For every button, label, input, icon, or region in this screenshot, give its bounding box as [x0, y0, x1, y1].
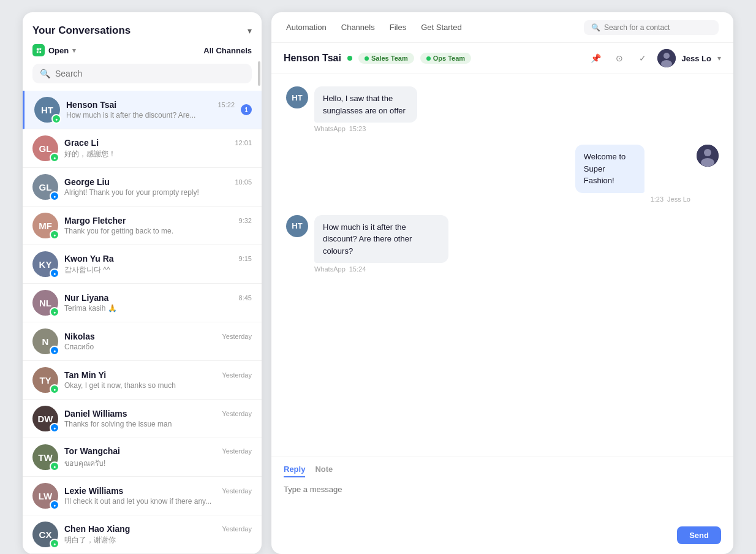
- message-time: 1:23: [651, 195, 663, 203]
- search-icon: 🔍: [40, 69, 50, 78]
- conversation-item[interactable]: GL ● George Liu 10:05 Alright! Thank you…: [23, 168, 262, 207]
- chat-header: Henson Tsai Sales Team Ops Team 📌 ⊙ ✓: [271, 43, 733, 74]
- conversation-item[interactable]: TY ● Tan Min Yi Yesterday Okay, I get it…: [23, 361, 262, 400]
- avatar-wrap: CX ●: [32, 522, 58, 547]
- message-row: Welcome to Super Fashion! 1:23 Jess Lo: [286, 145, 719, 203]
- avatar-wrap: HT ●: [34, 97, 60, 123]
- message-meta: WhatsApp 15:24: [314, 265, 538, 273]
- sender-avatar: HT: [286, 215, 308, 237]
- search-input[interactable]: [55, 69, 244, 78]
- conversations-chevron-icon[interactable]: ▾: [248, 26, 252, 36]
- conversation-item[interactable]: NL ● Nur Liyana 8:45 Terima kasih 🙏: [23, 284, 262, 322]
- conv-content: Margo Fletcher 9:32 Thank you for gettin…: [64, 216, 252, 235]
- nav-channels[interactable]: Channels: [341, 20, 375, 34]
- conv-top: Grace Li 12:01: [64, 138, 252, 148]
- conv-time: 15:22: [217, 101, 235, 108]
- conversation-item[interactable]: HT ● Henson Tsai 15:22 How much is it af…: [23, 91, 262, 129]
- note-tab[interactable]: Note: [315, 465, 333, 477]
- conv-name: Tor Wangchai: [64, 446, 120, 456]
- top-nav: Automation Channels Files Get Started 🔍: [271, 12, 733, 43]
- conv-preview: 好的，感謝您！: [64, 149, 252, 159]
- conversation-item[interactable]: KY ● Kwon Yu Ra 9:15 감사합니다 ^^: [23, 245, 262, 284]
- channel-badge: ●: [50, 153, 59, 162]
- message-channel: WhatsApp: [314, 265, 346, 273]
- conv-time: Yesterday: [222, 487, 252, 495]
- conv-content: Nur Liyana 8:45 Terima kasih 🙏: [64, 293, 252, 313]
- channel-badge: ●: [50, 346, 59, 355]
- open-filter-button[interactable]: Open ▾: [32, 44, 76, 56]
- conversation-item[interactable]: CX ● Chen Hao Xiang Yesterday 明白了，谢谢你: [23, 515, 262, 554]
- channel-badge: ●: [50, 461, 59, 471]
- message-input[interactable]: [284, 482, 721, 519]
- conv-preview: Спасибо: [64, 343, 252, 351]
- ops-team-tag[interactable]: Ops Team: [420, 53, 471, 64]
- filter-row: Open ▾ All Channels: [32, 44, 252, 56]
- conversation-item[interactable]: TW ● Tor Wangchai Yesterday ขอบคุณครับ!: [23, 438, 262, 477]
- conv-preview: Terima kasih 🙏: [64, 304, 252, 313]
- agent-avatar: [657, 49, 676, 67]
- conversation-item[interactable]: GL ● Grace Li 12:01 好的，感謝您！: [23, 129, 262, 168]
- panel-title-row: Your Conversations ▾: [32, 25, 252, 37]
- search-box: 🔍: [32, 64, 252, 83]
- sales-team-label: Sales Team: [371, 55, 408, 62]
- conv-top: Lexie Williams Yesterday: [64, 486, 252, 496]
- svg-point-5: [663, 53, 670, 59]
- open-badge: [32, 44, 45, 56]
- search-container: 🔍: [23, 64, 262, 91]
- open-filter-chevron-icon[interactable]: ▾: [72, 47, 76, 55]
- avatar-wrap: NL ●: [32, 290, 58, 316]
- agent-chevron-icon[interactable]: ▾: [717, 54, 721, 63]
- send-button[interactable]: Send: [677, 526, 721, 544]
- conv-preview: Thanks for solving the issue man: [64, 420, 252, 428]
- channel-badge: ●: [51, 114, 61, 124]
- avatar-wrap: MF ●: [32, 213, 58, 238]
- message-meta: 1:23 Jess Lo: [575, 195, 690, 203]
- sender-avatar: HT: [286, 86, 308, 108]
- message-row: HT Hello, I saw that the sunglasses are …: [286, 86, 719, 132]
- contact-search-icon: 🔍: [591, 23, 600, 32]
- settings-button[interactable]: ⊙: [611, 50, 628, 67]
- conversation-item[interactable]: MF ● Margo Fletcher 9:32 Thank you for g…: [23, 207, 262, 245]
- svg-point-8: [704, 149, 711, 156]
- ops-tag-dot: [426, 56, 431, 61]
- svg-rect-1: [39, 48, 41, 50]
- conversation-item[interactable]: LW ● Lexie Williams Yesterday I'll check…: [23, 477, 262, 515]
- agent-name: Jess Lo: [682, 54, 711, 63]
- message-content: How much is it after the discount? Are t…: [314, 215, 538, 273]
- reply-area: Reply Note Send: [271, 457, 733, 554]
- conv-time: 10:05: [235, 178, 252, 186]
- sales-team-tag[interactable]: Sales Team: [358, 53, 414, 64]
- avatar-wrap: GL ●: [32, 135, 58, 161]
- nav-automation[interactable]: Automation: [286, 20, 327, 34]
- channel-badge: ●: [50, 268, 59, 278]
- message-row: HT How much is it after the discount? Ar…: [286, 215, 719, 273]
- message-bubble: Welcome to Super Fashion!: [575, 145, 644, 193]
- check-button[interactable]: ✓: [634, 50, 651, 67]
- conv-content: Lexie Williams Yesterday I'll check it o…: [64, 486, 252, 506]
- conv-preview: Thank you for getting back to me.: [64, 227, 252, 235]
- conv-content: Daniel Williams Yesterday Thanks for sol…: [64, 409, 252, 428]
- unread-badge: 1: [241, 104, 252, 115]
- message-content: Welcome to Super Fashion! 1:23 Jess Lo: [575, 145, 690, 203]
- reply-tab[interactable]: Reply: [284, 465, 305, 477]
- conv-top: Nikolas Yesterday: [64, 332, 252, 341]
- conv-name: Chen Hao Xiang: [64, 524, 130, 534]
- nav-files[interactable]: Files: [390, 20, 406, 34]
- conv-name: Tan Min Yi: [64, 370, 106, 380]
- conv-preview: 明白了，谢谢你: [64, 535, 252, 545]
- avatar-wrap: GL ●: [32, 174, 58, 200]
- conv-preview: Okay, I get it now, thanks so much: [64, 381, 252, 390]
- conversation-item[interactable]: DW ● Daniel Williams Yesterday Thanks fo…: [23, 400, 262, 438]
- contact-search-input[interactable]: [604, 23, 711, 32]
- conv-name: Margo Fletcher: [64, 216, 126, 226]
- all-channels-filter[interactable]: All Channels: [203, 46, 252, 55]
- avatar-wrap: TY ●: [32, 367, 58, 393]
- nav-get-started[interactable]: Get Started: [421, 20, 461, 34]
- ops-team-label: Ops Team: [433, 55, 465, 62]
- conv-content: Chen Hao Xiang Yesterday 明白了，谢谢你: [64, 524, 252, 545]
- pin-button[interactable]: 📌: [588, 50, 605, 67]
- conversation-item[interactable]: N ● Nikolas Yesterday Спасибо: [23, 322, 262, 361]
- right-panel: Automation Channels Files Get Started 🔍 …: [271, 12, 733, 554]
- conv-preview: How much is it after the discount? Are..…: [66, 111, 235, 120]
- conv-time: 12:01: [235, 139, 252, 146]
